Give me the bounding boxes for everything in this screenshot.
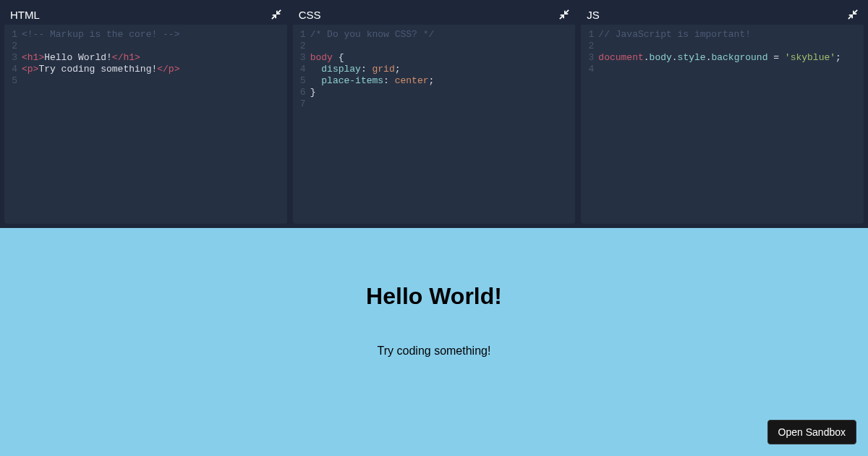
preview-paragraph: Try coding something! xyxy=(366,345,502,358)
collapse-icon[interactable] xyxy=(271,9,281,20)
js-pane-header: JS xyxy=(581,4,864,25)
preview-pane: Hello World! Try coding something! Open … xyxy=(0,228,868,456)
css-pane-title: CSS xyxy=(299,9,321,21)
html-code: <!-- Markup is the core! --> <h1>Hello W… xyxy=(22,29,287,224)
collapse-icon[interactable] xyxy=(559,9,569,20)
preview-heading: Hello World! xyxy=(366,283,502,310)
js-pane-title: JS xyxy=(587,9,600,21)
html-pane-header: HTML xyxy=(4,4,287,25)
css-pane-header: CSS xyxy=(293,4,576,25)
css-code-editor[interactable]: 1234567 /* Do you know CSS? */ body { di… xyxy=(293,25,576,224)
js-pane: JS 1234 // JavaScript is important! docu… xyxy=(581,4,864,224)
open-sandbox-button[interactable]: Open Sandbox xyxy=(767,420,856,444)
preview-content: Hello World! Try coding something! xyxy=(366,283,502,358)
css-pane: CSS 1234567 /* Do you know CSS? */ body … xyxy=(293,4,576,224)
html-pane: HTML 12345 <!-- Markup is the core! --> … xyxy=(4,4,287,224)
editor-row: HTML 12345 <!-- Markup is the core! --> … xyxy=(0,0,868,228)
html-gutter: 12345 xyxy=(4,29,22,224)
html-code-editor[interactable]: 12345 <!-- Markup is the core! --> <h1>H… xyxy=(4,25,287,224)
css-code: /* Do you know CSS? */ body { display: g… xyxy=(310,29,576,224)
js-code-editor[interactable]: 1234 // JavaScript is important! documen… xyxy=(581,25,864,224)
js-gutter: 1234 xyxy=(581,29,598,224)
css-gutter: 1234567 xyxy=(293,29,310,224)
html-pane-title: HTML xyxy=(10,9,40,21)
collapse-icon[interactable] xyxy=(848,9,858,20)
js-code: // JavaScript is important! document.bod… xyxy=(598,29,864,224)
